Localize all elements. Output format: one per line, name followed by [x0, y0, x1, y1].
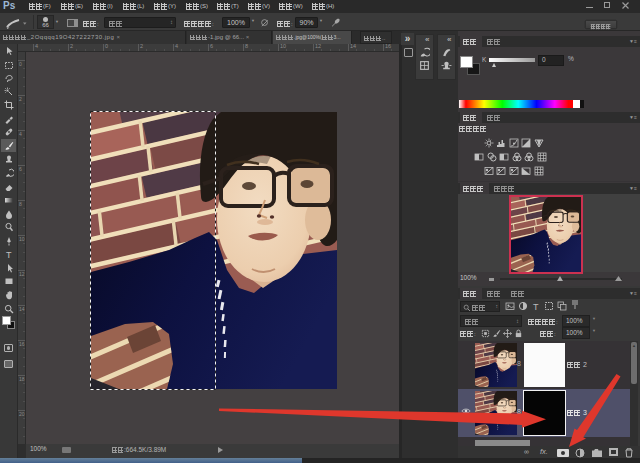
svg-text:T: T: [533, 302, 539, 312]
svg-text:T: T: [6, 250, 12, 260]
